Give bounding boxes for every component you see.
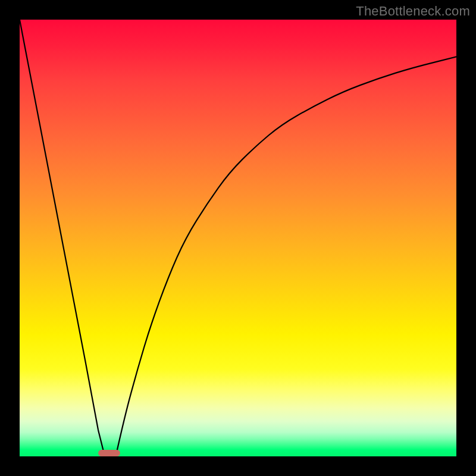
bottleneck-curve-right xyxy=(116,57,457,456)
watermark-text: TheBottleneck.com xyxy=(356,4,470,19)
optimum-marker xyxy=(98,450,120,456)
plot-area xyxy=(20,20,456,456)
bottleneck-curve-left xyxy=(20,20,105,456)
bottleneck-curve-svg xyxy=(20,20,456,456)
chart-frame: TheBottleneck.com xyxy=(0,0,476,476)
